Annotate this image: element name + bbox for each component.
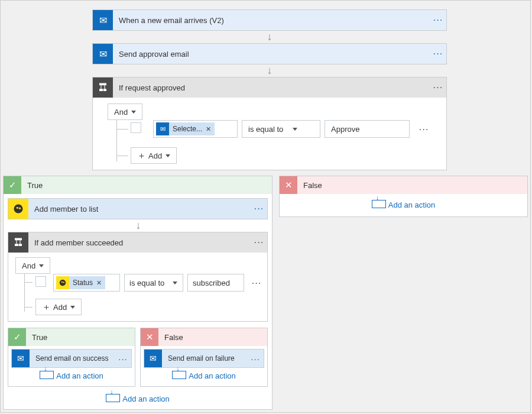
row-checkbox[interactable] (35, 276, 46, 287)
outlook-icon: ✉ (93, 44, 113, 64)
add-row-button[interactable]: ＋Add (131, 147, 177, 164)
condition-operator[interactable]: is equal to (242, 120, 320, 138)
operator-text: is equal to (242, 125, 289, 134)
trigger-card[interactable]: ✉ When a new email arrives (V2) ··· (92, 9, 447, 31)
row-more-icon[interactable]: ··· (248, 277, 265, 289)
add-action-icon (172, 371, 185, 380)
close-icon: ✕ (141, 328, 158, 346)
remove-tag-icon[interactable]: ✕ (96, 279, 102, 287)
more-icon[interactable]: ··· (247, 354, 264, 364)
arrow-down-icon: ↓ (267, 31, 273, 43)
logic-selector[interactable]: And (108, 104, 142, 120)
add-action-icon (40, 371, 53, 380)
condition-operand-left[interactable]: Status✕ (53, 274, 120, 292)
mailchimp-icon (8, 199, 28, 219)
add-action-label: Add an action (189, 371, 236, 380)
svg-rect-3 (99, 89, 103, 91)
true-branch: ✓ True Add member to list ··· ↓ If add m… (3, 176, 273, 410)
add-label: Add (53, 303, 67, 312)
operand-tag-text: Selecte... (173, 125, 202, 133)
condition-operand-right[interactable]: Approve (325, 120, 410, 138)
svg-point-13 (60, 280, 66, 286)
true-label: True (21, 181, 43, 190)
svg-rect-4 (103, 89, 106, 91)
more-icon[interactable]: ··· (115, 354, 131, 364)
row-checkbox[interactable] (131, 122, 141, 133)
send-success-title: Send email on success (30, 354, 115, 363)
condition-if-approved: If request approved ··· And ✉Selecte...✕… (92, 77, 447, 170)
svg-point-5 (14, 205, 23, 214)
more-icon[interactable]: ··· (251, 203, 267, 215)
add-action-label: Add an action (56, 371, 103, 380)
close-icon: ✕ (280, 176, 297, 194)
svg-point-6 (17, 207, 18, 209)
more-icon[interactable]: ··· (430, 14, 446, 26)
row-more-icon[interactable]: ··· (416, 124, 432, 135)
remove-tag-icon[interactable]: ✕ (206, 125, 211, 133)
check-icon: ✓ (8, 328, 26, 346)
plus-icon: ＋ (137, 150, 146, 161)
operator-text: is equal to (125, 279, 169, 287)
operand-tag-text: Status (73, 279, 93, 287)
add-action-button[interactable]: Add an action (8, 365, 135, 386)
operand-value-text: subscribed (188, 279, 235, 287)
add-member-title: Add member to list (28, 205, 251, 214)
add-row-button[interactable]: ＋Add (35, 299, 82, 315)
condition-operator[interactable]: is equal to (124, 274, 183, 292)
plus-icon: ＋ (42, 302, 51, 313)
mailchimp-icon (56, 276, 69, 289)
add-action-label: Add an action (388, 200, 436, 209)
inner-false-label: False (158, 333, 183, 342)
approval-card[interactable]: ✉ Send approval email ··· (92, 43, 447, 64)
add-action-button[interactable]: Add an action (4, 388, 272, 409)
outlook-icon: ✉ (156, 122, 169, 135)
add-member-card[interactable]: Add member to list ··· (8, 198, 268, 219)
more-icon[interactable]: ··· (430, 82, 446, 93)
inner-true-label: True (26, 333, 47, 342)
condition-operand-left[interactable]: ✉Selecte...✕ (153, 120, 238, 138)
svg-point-7 (19, 208, 21, 209)
approval-title: Send approval email (113, 50, 430, 59)
operand-value-text: Approve (325, 125, 365, 134)
condition-operand-right[interactable]: subscribed (187, 274, 244, 292)
condition2-title: If add member succeeded (28, 238, 251, 247)
add-label: Add (148, 151, 162, 160)
false-label: False (297, 181, 322, 190)
condition-if-member-succeeded: If add member succeeded ··· And Status✕ … (8, 232, 268, 322)
logic-selector[interactable]: And (15, 257, 50, 274)
false-branch: ✕ False Add an action (279, 176, 528, 217)
more-icon[interactable]: ··· (251, 237, 267, 248)
svg-rect-12 (19, 244, 22, 246)
add-action-button[interactable]: Add an action (141, 365, 267, 386)
arrow-down-icon: ↓ (267, 64, 273, 77)
more-icon[interactable]: ··· (430, 48, 446, 60)
condition-title: If request approved (113, 83, 430, 92)
svg-rect-11 (15, 244, 18, 246)
add-action-icon (372, 200, 385, 209)
add-action-icon (106, 394, 119, 403)
trigger-title: When a new email arrives (V2) (113, 16, 430, 25)
outlook-icon: ✉ (93, 10, 113, 30)
arrow-down-icon: ↓ (136, 219, 141, 232)
check-icon: ✓ (4, 176, 21, 194)
inner-false-branch: ✕ False ✉ Send email on failure ··· Add … (140, 328, 268, 387)
send-failure-title: Send email on failure (162, 354, 247, 363)
add-action-label: Add an action (122, 394, 170, 403)
condition-icon (93, 77, 113, 98)
inner-true-branch: ✓ True ✉ Send email on success ··· Add a… (8, 328, 135, 387)
add-action-button[interactable]: Add an action (280, 194, 527, 215)
svg-point-15 (63, 282, 64, 283)
svg-point-14 (61, 282, 63, 283)
svg-rect-8 (15, 238, 22, 241)
svg-rect-0 (99, 83, 106, 86)
condition-icon (8, 232, 28, 253)
